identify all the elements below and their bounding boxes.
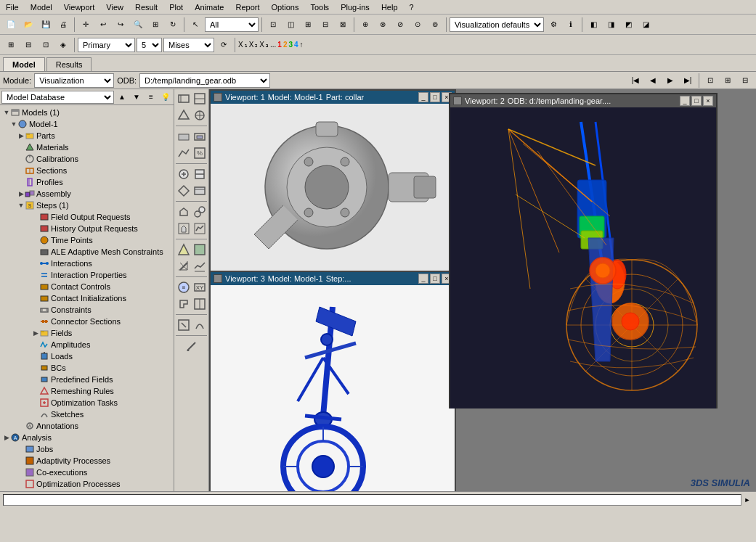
btn-record-a[interactable]: ⊡ (702, 73, 718, 89)
tree-item-profiles[interactable]: Profiles (0, 176, 174, 188)
side-btn-13[interactable] (176, 204, 191, 220)
tb-zoombox[interactable]: ⊞ (147, 17, 163, 33)
vp2-body[interactable] (450, 107, 716, 408)
scroll-right[interactable]: ► (741, 494, 753, 506)
view-select[interactable]: Primary Secondary (78, 38, 135, 52)
tb2-c[interactable]: ⊡ (38, 37, 54, 53)
tb-3d-a[interactable]: ◧ (585, 17, 601, 33)
tb-btn-b[interactable]: ◫ (283, 17, 298, 33)
odb-select[interactable]: D:/temp/landing_gear.odb (139, 73, 270, 88)
vp3-body[interactable] (211, 285, 455, 491)
menu-result[interactable]: Result (129, 1, 163, 13)
tree-item-loads[interactable]: Loads (0, 350, 174, 362)
tree-item-sections[interactable]: Sections (0, 165, 174, 176)
tb-settings[interactable]: ⚙ (545, 17, 561, 33)
side-btn-10[interactable] (192, 166, 207, 182)
side-btn-pencil[interactable] (176, 338, 207, 354)
module-select[interactable]: Visualization Part Assembly Step Interac… (34, 73, 114, 88)
menu-plot[interactable]: Plot (163, 1, 189, 13)
tree-item-fields[interactable]: ▶ Fields (0, 327, 174, 339)
btn-first-frame[interactable]: |◀ (627, 73, 643, 89)
tb-btn-d[interactable]: ⊟ (317, 17, 333, 33)
tb2-d[interactable]: ◈ (55, 37, 71, 53)
vp3-minimize[interactable]: _ (418, 274, 428, 284)
tree-item-history-output[interactable]: History Output Requests (0, 223, 174, 234)
tree-item-opt-tasks[interactable]: Optimization Tasks (0, 397, 174, 408)
tb-btn-c[interactable]: ⊞ (300, 17, 316, 33)
tree-item-interactions[interactable]: Interactions (0, 258, 174, 269)
side-btn-4[interactable] (192, 107, 207, 123)
tree-item-bcs[interactable]: BCs (0, 362, 174, 374)
tree-item-opt-processes[interactable]: Optimization Processes (0, 478, 174, 490)
vp1-body[interactable] (211, 104, 455, 271)
scroll-bar[interactable] (3, 494, 741, 506)
tree-item-assembly[interactable]: ▶ Assembly (0, 188, 174, 200)
menu-view[interactable]: View (100, 1, 129, 13)
side-btn-1[interactable] (176, 91, 191, 107)
menu-plugins[interactable]: Plug-ins (335, 1, 375, 13)
menu-tools[interactable]: Tools (304, 1, 335, 13)
vp1-maximize[interactable]: □ (430, 92, 440, 102)
menu-help[interactable]: Help (375, 1, 404, 13)
tree-item-analysis[interactable]: ▶ A Analysis (0, 432, 174, 443)
expand-steps[interactable]: ▼ (17, 202, 25, 209)
tree-item-contact-controls[interactable]: Contact Controls (0, 281, 174, 292)
tb-select-arrow[interactable]: ↖ (187, 17, 203, 33)
tree-item-connector-sections[interactable]: Connector Sections (0, 316, 174, 327)
tree-item-models[interactable]: ▼ Models (1) (0, 107, 174, 118)
side-btn-2[interactable] (192, 91, 207, 107)
side-btn-24[interactable] (192, 296, 207, 312)
menu-model[interactable]: Model (25, 1, 58, 13)
tb-btn-j[interactable]: ⊚ (427, 17, 443, 33)
panel-up[interactable]: ▲ (115, 91, 129, 104)
menu-animate[interactable]: Animate (189, 1, 229, 13)
tb-undo[interactable]: ↩ (95, 17, 111, 33)
side-btn-25[interactable] (176, 317, 191, 333)
selection-type-select[interactable]: All Part Assembly (205, 17, 259, 32)
tree-item-steps[interactable]: ▼ S Steps (1) (0, 200, 174, 211)
viewport-3[interactable]: Viewport: 3 Model: Model-1 Step:... _ □ … (209, 271, 456, 491)
menu-report[interactable]: Report (229, 1, 265, 13)
tree-item-constraints[interactable]: Constraints (0, 304, 174, 316)
tb-redo[interactable]: ↪ (113, 17, 129, 33)
menu-viewport[interactable]: Viewport (58, 1, 101, 13)
tb-btn-f[interactable]: ⊕ (357, 17, 373, 33)
tb-3d-d[interactable]: ◪ (638, 17, 654, 33)
side-btn-5[interactable] (176, 128, 191, 144)
tb2-a[interactable]: ⊞ (3, 37, 19, 53)
tree-item-sketches[interactable]: Sketches (0, 408, 174, 420)
tree-item-adaptivity[interactable]: Adaptivity Processes (0, 455, 174, 467)
tb-info[interactable]: ℹ (563, 17, 579, 33)
tree-item-calibrations[interactable]: Calibrations (0, 153, 174, 165)
expand-fields[interactable]: ▶ (32, 329, 39, 337)
tab-model[interactable]: Model (3, 57, 45, 71)
tree-item-amplitudes[interactable]: Amplitudes (0, 339, 174, 350)
tree-item-annotations[interactable]: A Annotations (0, 420, 174, 432)
expand-parts[interactable]: ▶ (17, 132, 25, 139)
btn-record-b[interactable]: ⊞ (720, 73, 736, 89)
side-btn-21[interactable]: ≡ (176, 279, 191, 295)
tb-btn-g[interactable]: ⊗ (375, 17, 391, 33)
btn-play[interactable]: ▶ (662, 73, 678, 89)
btn-record-c[interactable]: ⊟ (737, 73, 753, 89)
tb-3d-c[interactable]: ◩ (620, 17, 636, 33)
tb2-refresh[interactable]: ⟳ (216, 37, 232, 53)
menu-file[interactable]: File (0, 1, 25, 13)
vp2-minimize[interactable]: _ (680, 96, 690, 106)
vp2-close[interactable]: × (703, 96, 713, 106)
side-btn-6[interactable] (192, 128, 207, 144)
side-btn-22[interactable]: XY (192, 279, 207, 295)
viewport-2[interactable]: Viewport: 2 ODB: d:/temp/landing-gear...… (449, 93, 718, 408)
expand-models[interactable]: ▼ (3, 109, 10, 116)
tb-new[interactable]: 📄 (3, 17, 19, 33)
side-btn-20[interactable] (192, 258, 207, 274)
side-btn-7[interactable] (176, 145, 191, 161)
menu-options[interactable]: Options (266, 1, 305, 13)
vp1-minimize[interactable]: _ (418, 92, 428, 102)
tree-item-coexec[interactable]: Co-executions (0, 467, 174, 478)
tb-zoom[interactable]: 🔍 (130, 17, 146, 33)
tb-btn-a[interactable]: ⊡ (265, 17, 281, 33)
viewport-1[interactable]: Viewport: 1 Model: Model-1 Part: collar … (209, 89, 456, 271)
menu-question[interactable]: ? (404, 1, 420, 13)
side-btn-16[interactable] (192, 221, 207, 237)
